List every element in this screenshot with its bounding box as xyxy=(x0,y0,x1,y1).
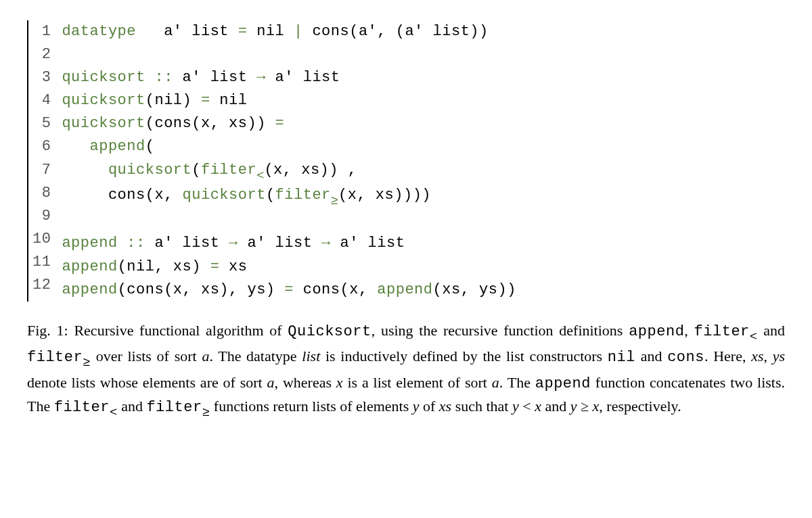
line-number: 3 xyxy=(32,66,51,89)
line-number: 4 xyxy=(32,89,51,112)
line-number: 7 xyxy=(32,159,51,182)
code-line: append(cons(x, xs), ys) = cons(x, append… xyxy=(62,279,785,302)
figure-caption: Fig. 1: Recursive functional algorithm o… xyxy=(27,319,785,421)
line-number: 9 xyxy=(32,205,51,228)
figure-label: Fig. 1: xyxy=(27,322,74,339)
line-number: 2 xyxy=(32,43,51,66)
line-number: 6 xyxy=(32,135,51,158)
code-line: quicksort(cons(x, xs)) = xyxy=(62,112,785,135)
line-number: 1 xyxy=(32,20,51,43)
code-listing: 123456789101112 datatype a' list = nil |… xyxy=(27,20,785,302)
line-number: 10 xyxy=(32,228,51,251)
code-line: datatype a' list = nil | cons(a', (a' li… xyxy=(62,20,785,43)
line-number: 12 xyxy=(32,274,51,297)
code-body: datatype a' list = nil | cons(a', (a' li… xyxy=(62,20,785,302)
code-line xyxy=(62,43,785,66)
line-number: 5 xyxy=(32,112,51,135)
code-line: quicksort(nil) = nil xyxy=(62,89,785,112)
code-line xyxy=(62,209,785,232)
line-number-gutter: 123456789101112 xyxy=(32,20,62,302)
line-number: 8 xyxy=(32,182,51,205)
line-number: 11 xyxy=(32,251,51,274)
code-line: cons(x, quicksort(filter≥(x, xs)))) xyxy=(62,184,785,209)
code-line: append :: a' list → a' list → a' list xyxy=(62,232,785,255)
code-line: append(nil, xs) = xs xyxy=(62,256,785,279)
code-line: quicksort :: a' list → a' list xyxy=(62,66,785,89)
code-line: quicksort(filter<(x, xs)) , xyxy=(62,159,785,184)
code-line: append( xyxy=(62,135,785,158)
